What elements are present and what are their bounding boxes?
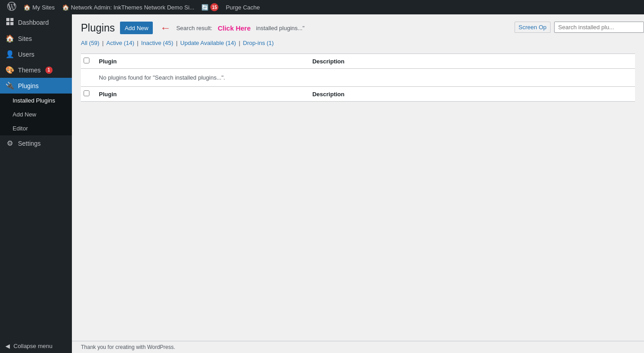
add-new-button[interactable]: Add New xyxy=(120,22,153,34)
svg-rect-1 xyxy=(10,18,13,21)
my-sites-icon: 🏠 xyxy=(23,4,31,11)
plugins-submenu: Installed Plugins Add New Editor xyxy=(0,94,72,135)
footer: Thank you for creating with WordPress. xyxy=(72,341,644,353)
plugin-column-footer: Plugin xyxy=(94,87,308,102)
screen-options-button[interactable]: Screen Op xyxy=(515,22,551,33)
wp-icon xyxy=(7,2,16,13)
svg-rect-3 xyxy=(10,22,13,25)
filter-drop-ins[interactable]: Drop-ins (1) xyxy=(243,40,274,46)
network-admin-label: Network Admin: InkThemes Network Demo Si… xyxy=(71,4,195,11)
admin-bar: 🏠 My Sites 🏠 Network Admin: InkThemes Ne… xyxy=(0,0,644,14)
dashboard-icon xyxy=(5,18,14,27)
themes-icon: 🎨 xyxy=(5,66,14,74)
sidebar-item-users[interactable]: 👤 Users xyxy=(0,46,72,62)
description-column-footer: Description xyxy=(308,87,635,102)
select-all-footer-header xyxy=(81,87,94,102)
filter-active[interactable]: Active (14) xyxy=(107,40,134,46)
sidebar-item-editor[interactable]: Editor xyxy=(0,121,72,135)
updates-link[interactable]: 🔄 15 xyxy=(198,0,222,14)
sidebar: Dashboard 🏠 Sites 👤 Users 🎨 Themes 1 🔌 P… xyxy=(0,14,72,353)
my-sites-link[interactable]: 🏠 My Sites xyxy=(20,0,58,14)
plugins-icon: 🔌 xyxy=(5,81,14,90)
select-all-header xyxy=(81,54,94,69)
plugins-table: Plugin Description No plugins found for … xyxy=(81,54,635,102)
description-column-header: Description xyxy=(308,54,635,69)
themes-label: Themes xyxy=(18,67,41,74)
add-new-label: Add New xyxy=(13,111,36,118)
no-plugins-message: No plugins found for "Search installed p… xyxy=(94,69,635,87)
footer-text: Thank you for creating with WordPress. xyxy=(81,344,175,350)
sites-icon: 🏠 xyxy=(5,34,14,43)
plugins-label: Plugins xyxy=(18,82,39,89)
my-sites-label: My Sites xyxy=(32,4,55,11)
sidebar-item-dashboard[interactable]: Dashboard xyxy=(0,14,72,31)
themes-badge: 1 xyxy=(45,67,53,74)
search-installed-input[interactable] xyxy=(554,22,644,33)
filter-all[interactable]: All (59) xyxy=(81,40,99,46)
plugin-column-header: Plugin xyxy=(94,54,308,69)
sidebar-item-sites[interactable]: 🏠 Sites xyxy=(0,31,72,46)
sidebar-item-installed-plugins[interactable]: Installed Plugins xyxy=(0,94,72,107)
click-here-text: Click Here xyxy=(218,24,250,32)
top-right-area: Screen Op xyxy=(515,22,644,33)
select-all-footer-checkbox[interactable] xyxy=(84,90,89,96)
red-arrow-icon: ← xyxy=(160,22,171,34)
table-footer-row: Plugin Description xyxy=(81,87,635,102)
table-header-row: Plugin Description xyxy=(81,54,635,69)
collapse-icon: ◀ xyxy=(5,343,10,349)
purge-cache-link[interactable]: Purge Cache xyxy=(222,0,263,14)
sites-label: Sites xyxy=(18,35,32,42)
no-plugins-row: No plugins found for "Search installed p… xyxy=(81,69,635,87)
svg-rect-0 xyxy=(6,18,9,21)
svg-rect-2 xyxy=(6,22,9,25)
network-admin-icon: 🏠 xyxy=(62,4,69,11)
collapse-menu-button[interactable]: ◀ Collapse menu xyxy=(0,339,72,353)
users-label: Users xyxy=(18,51,35,58)
updates-count: 15 xyxy=(210,3,218,11)
main-content: Screen Op Plugins Add New ← Search resul… xyxy=(72,14,644,353)
network-admin-link[interactable]: 🏠 Network Admin: InkThemes Network Demo … xyxy=(58,0,198,14)
settings-icon: ⚙ xyxy=(5,139,14,147)
select-all-checkbox[interactable] xyxy=(84,58,89,63)
filter-update-available[interactable]: Update Available (14) xyxy=(180,40,236,46)
purge-cache-label: Purge Cache xyxy=(226,4,260,11)
filter-links: All (59) | Active (14) | Inactive (45) |… xyxy=(81,40,635,46)
users-icon: 👤 xyxy=(5,50,14,58)
page-title: Plugins xyxy=(81,22,115,34)
search-result-label: Search result: xyxy=(176,25,212,31)
filter-inactive[interactable]: Inactive (45) xyxy=(141,40,173,46)
sidebar-item-plugins[interactable]: 🔌 Plugins xyxy=(0,78,72,94)
sidebar-item-add-new[interactable]: Add New xyxy=(0,107,72,121)
settings-label: Settings xyxy=(18,140,41,147)
sidebar-item-themes[interactable]: 🎨 Themes 1 xyxy=(0,62,72,78)
sidebar-item-settings[interactable]: ⚙ Settings xyxy=(0,135,72,151)
installed-plugins-label: Installed Plugins xyxy=(13,97,55,104)
updates-icon: 🔄 xyxy=(201,4,209,11)
wp-logo-link[interactable] xyxy=(4,0,20,14)
search-installed-suffix: installed plugins..." xyxy=(256,25,305,31)
collapse-label: Collapse menu xyxy=(13,343,53,349)
editor-label: Editor xyxy=(13,125,28,132)
dashboard-label: Dashboard xyxy=(18,19,49,26)
